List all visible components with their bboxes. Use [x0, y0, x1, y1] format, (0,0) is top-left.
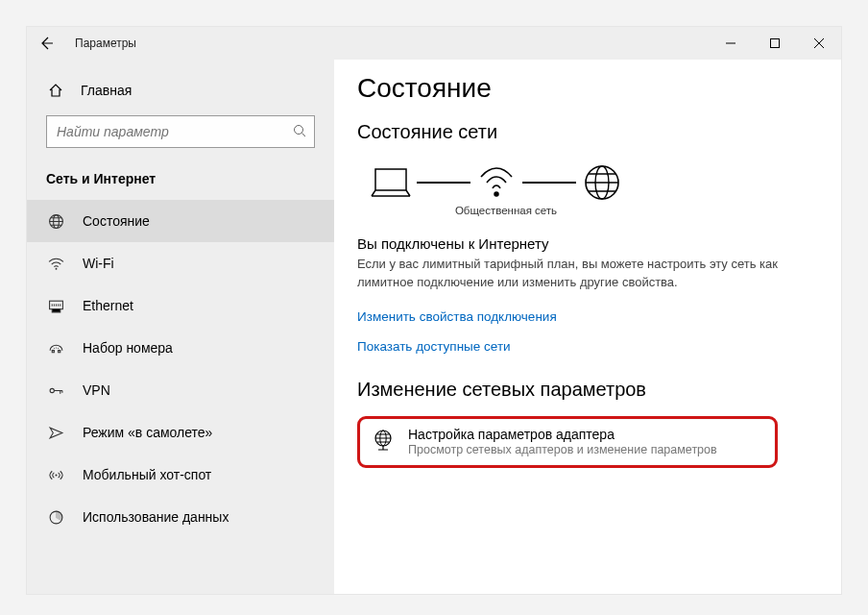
- hotspot-icon: [46, 467, 65, 483]
- sidebar-item-status[interactable]: Состояние: [27, 200, 334, 242]
- settings-window: Параметры Главная: [27, 27, 841, 594]
- svg-point-8: [58, 347, 59, 348]
- connected-body: Если у вас лимитный тарифный план, вы мо…: [357, 256, 780, 292]
- sidebar-item-vpn[interactable]: VPN: [27, 369, 334, 411]
- sidebar-item-wifi[interactable]: Wi-Fi: [27, 242, 334, 284]
- sidebar-home-label: Главная: [81, 83, 132, 98]
- maximize-button[interactable]: [753, 27, 797, 60]
- sidebar-item-label: Состояние: [83, 213, 150, 229]
- link-show-networks[interactable]: Показать доступные сети: [357, 339, 818, 354]
- adapter-settings-title: Настройка параметров адаптера: [408, 427, 717, 442]
- sidebar-section-title: Сеть и Интернет: [27, 165, 334, 200]
- wifi-router-icon: [470, 163, 522, 202]
- app-title: Параметры: [65, 37, 136, 50]
- maximize-icon: [770, 38, 780, 48]
- sidebar-item-label: Использование данных: [83, 509, 229, 525]
- sidebar-item-dialup[interactable]: Набор номера: [27, 327, 334, 369]
- title-bar: Параметры: [27, 27, 841, 60]
- sidebar-item-ethernet[interactable]: Ethernet: [27, 284, 334, 327]
- diagram-connector: [522, 182, 576, 184]
- connected-heading: Вы подключены к Интернету: [357, 235, 818, 252]
- svg-rect-0: [771, 39, 780, 48]
- svg-point-7: [55, 347, 56, 348]
- search-icon: [293, 124, 306, 140]
- sidebar-item-label: Ethernet: [83, 298, 133, 313]
- wifi-icon: [46, 256, 65, 272]
- change-settings-heading: Изменение сетевых параметров: [357, 379, 818, 401]
- close-icon: [814, 38, 824, 48]
- link-change-connection-props[interactable]: Изменить свойства подключения: [357, 309, 818, 324]
- svg-point-6: [53, 347, 54, 348]
- svg-point-1: [295, 125, 303, 134]
- network-type-label: Общественная сеть: [357, 205, 626, 230]
- sidebar-item-label: Режим «в самолете»: [83, 425, 212, 440]
- sidebar-item-label: Wi-Fi: [83, 256, 114, 271]
- datausage-icon: [46, 509, 65, 526]
- close-button[interactable]: [797, 27, 841, 60]
- sidebar-item-label: VPN: [83, 382, 110, 398]
- sidebar-item-airplane[interactable]: Режим «в самолете»: [27, 411, 334, 454]
- vpn-icon: [46, 382, 65, 399]
- adapter-icon: [370, 427, 397, 455]
- internet-globe-icon: [576, 162, 628, 203]
- svg-point-10: [55, 474, 57, 476]
- back-button[interactable]: [27, 27, 65, 60]
- globe-icon: [46, 213, 65, 230]
- adapter-settings-row[interactable]: Настройка параметров адаптера Просмотр с…: [357, 416, 778, 468]
- minimize-button[interactable]: [709, 27, 753, 60]
- window-controls: [709, 27, 841, 60]
- diagram-connector: [417, 182, 470, 184]
- sidebar-item-label: Набор номера: [83, 340, 173, 356]
- search-box[interactable]: [46, 115, 315, 148]
- svg-point-9: [50, 388, 54, 392]
- minimize-icon: [726, 38, 735, 48]
- airplane-icon: [46, 425, 65, 441]
- dialup-icon: [46, 340, 65, 357]
- svg-point-4: [55, 267, 57, 269]
- network-name: [357, 203, 626, 205]
- svg-rect-12: [375, 169, 406, 190]
- svg-point-13: [494, 192, 498, 196]
- sidebar-item-datausage[interactable]: Использование данных: [27, 496, 334, 538]
- home-icon: [46, 83, 65, 98]
- adapter-settings-desc: Просмотр сетевых адаптеров и изменение п…: [408, 442, 717, 457]
- sidebar-item-label: Мобильный хот-спот: [83, 467, 211, 482]
- device-icon: [365, 165, 417, 200]
- search-input[interactable]: [55, 123, 293, 140]
- page-title: Состояние: [357, 73, 818, 104]
- network-diagram: [357, 157, 818, 203]
- ethernet-icon: [46, 298, 65, 314]
- sidebar-item-hotspot[interactable]: Мобильный хот-спот: [27, 454, 334, 496]
- sidebar: Главная Сеть и Интернет Состояние: [27, 60, 334, 594]
- arrow-left-icon: [38, 36, 54, 51]
- main-panel: Состояние Состояние сети Общественная се…: [334, 60, 841, 594]
- sidebar-home[interactable]: Главная: [27, 75, 334, 106]
- network-status-heading: Состояние сети: [357, 121, 818, 143]
